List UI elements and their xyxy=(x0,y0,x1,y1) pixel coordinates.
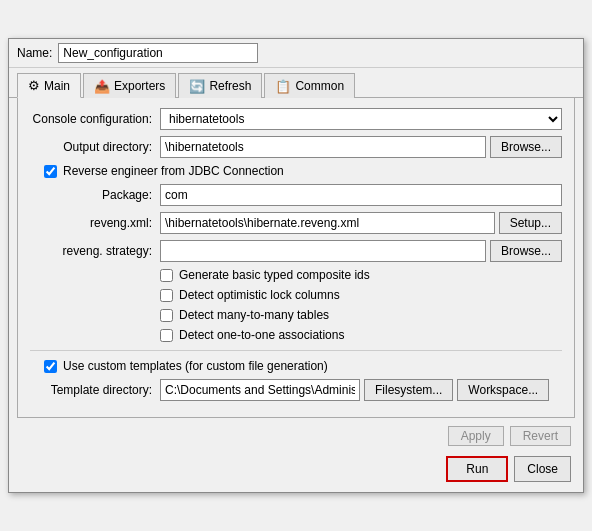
tab-main-label: Main xyxy=(44,79,70,93)
bottom-buttons: Apply Revert xyxy=(9,418,583,450)
checkbox2-label: Detect optimistic lock columns xyxy=(179,288,340,302)
package-input[interactable] xyxy=(160,184,562,206)
reveng-strategy-input[interactable] xyxy=(160,240,486,262)
reveng-strategy-label: reveng. strategy: xyxy=(30,244,160,258)
run-button[interactable]: Run xyxy=(446,456,508,482)
tab-common[interactable]: 📋 Common xyxy=(264,73,355,98)
reveng-strategy-row: reveng. strategy: Browse... xyxy=(30,240,562,262)
tab-common-label: Common xyxy=(295,79,344,93)
tab-main[interactable]: ⚙ Main xyxy=(17,73,81,98)
reverse-engineer-checkbox[interactable] xyxy=(44,165,57,178)
common-icon: 📋 xyxy=(275,79,291,94)
package-label: Package: xyxy=(30,188,160,202)
checkbox4-label: Detect one-to-one associations xyxy=(179,328,344,342)
reveng-xml-input[interactable] xyxy=(160,212,495,234)
checkbox1-label: Generate basic typed composite ids xyxy=(179,268,370,282)
revert-button[interactable]: Revert xyxy=(510,426,571,446)
reveng-xml-label: reveng.xml: xyxy=(30,216,160,230)
divider xyxy=(30,350,562,351)
dialog: Name: ⚙ Main 📤 Exporters 🔄 Refresh 📋 Com… xyxy=(8,38,584,493)
checkbox1-row: Generate basic typed composite ids xyxy=(30,268,562,282)
console-config-select-wrapper: hibernatetools xyxy=(160,108,562,130)
custom-templates-label: Use custom templates (for custom file ge… xyxy=(63,359,328,373)
main-icon: ⚙ xyxy=(28,78,40,93)
refresh-icon: 🔄 xyxy=(189,79,205,94)
template-dir-row: Template directory: Filesystem... Worksp… xyxy=(30,379,562,401)
template-dir-input[interactable] xyxy=(160,379,360,401)
tab-refresh[interactable]: 🔄 Refresh xyxy=(178,73,262,98)
custom-templates-row: Use custom templates (for custom file ge… xyxy=(30,359,562,373)
tab-refresh-label: Refresh xyxy=(209,79,251,93)
output-dir-row: Output directory: Browse... xyxy=(30,136,562,158)
checkbox3-label: Detect many-to-many tables xyxy=(179,308,329,322)
output-dir-browse-button[interactable]: Browse... xyxy=(490,136,562,158)
tab-exporters[interactable]: 📤 Exporters xyxy=(83,73,176,98)
apply-button[interactable]: Apply xyxy=(448,426,504,446)
checkbox4-row: Detect one-to-one associations xyxy=(30,328,562,342)
console-config-label: Console configuration: xyxy=(30,112,160,126)
checkbox1[interactable] xyxy=(160,269,173,282)
workspace-button[interactable]: Workspace... xyxy=(457,379,549,401)
package-row: Package: xyxy=(30,184,562,206)
close-button[interactable]: Close xyxy=(514,456,571,482)
checkbox2[interactable] xyxy=(160,289,173,302)
title-bar: Name: xyxy=(9,39,583,68)
filesystem-button[interactable]: Filesystem... xyxy=(364,379,453,401)
name-input[interactable] xyxy=(58,43,258,63)
reverse-engineer-label: Reverse engineer from JDBC Connection xyxy=(63,164,284,178)
console-config-row: Console configuration: hibernatetools xyxy=(30,108,562,130)
output-dir-input[interactable] xyxy=(160,136,486,158)
reveng-strategy-browse-button[interactable]: Browse... xyxy=(490,240,562,262)
custom-templates-checkbox[interactable] xyxy=(44,360,57,373)
exporters-icon: 📤 xyxy=(94,79,110,94)
output-dir-label: Output directory: xyxy=(30,140,160,154)
main-content: Console configuration: hibernatetools Ou… xyxy=(17,98,575,418)
run-row: Run Close xyxy=(9,450,583,492)
tabs: ⚙ Main 📤 Exporters 🔄 Refresh 📋 Common xyxy=(9,68,583,98)
checkbox4[interactable] xyxy=(160,329,173,342)
tab-exporters-label: Exporters xyxy=(114,79,165,93)
console-config-select[interactable]: hibernatetools xyxy=(160,108,562,130)
reveng-xml-row: reveng.xml: Setup... xyxy=(30,212,562,234)
setup-button[interactable]: Setup... xyxy=(499,212,562,234)
name-label: Name: xyxy=(17,46,52,60)
reverse-engineer-row: Reverse engineer from JDBC Connection xyxy=(30,164,562,178)
checkbox3-row: Detect many-to-many tables xyxy=(30,308,562,322)
checkbox2-row: Detect optimistic lock columns xyxy=(30,288,562,302)
template-dir-label: Template directory: xyxy=(30,383,160,397)
checkbox3[interactable] xyxy=(160,309,173,322)
